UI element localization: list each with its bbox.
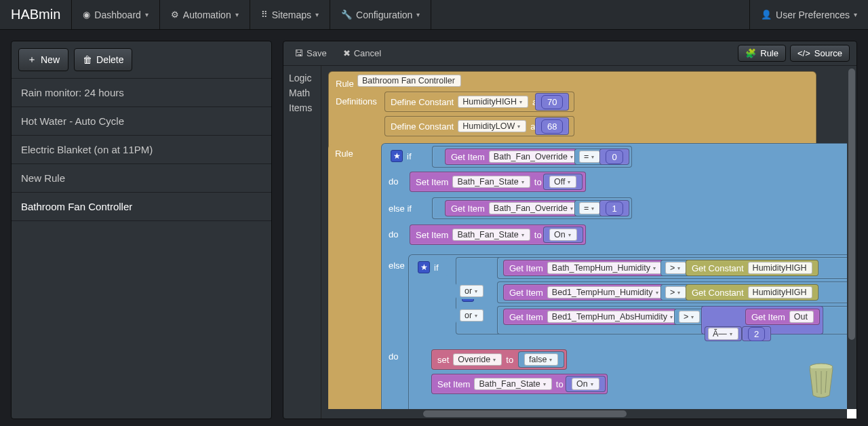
rule-list-item[interactable]: Rain monitor: 24 hours [12,79,271,107]
block-label: Get Item [509,263,543,273]
save-button[interactable]: 🖫 Save [288,45,334,61]
nav-label: User Preferences [776,9,850,20]
rule-editor-panel: 🖫 Save ✖ Cancel 🧩 Rule </> Source [283,41,857,419]
block-label: if [407,151,412,161]
rule-list-item[interactable]: New Rule [12,164,271,193]
math-op-dropdown[interactable]: Ã—▾ [705,326,742,341]
or-row[interactable]: or▾ [456,283,488,299]
get-item-block[interactable]: Get Item Bath_Fan_Override▾ [445,149,585,165]
toolbox-category-math[interactable]: Math [289,88,315,98]
plus-icon: ＋ [27,54,37,66]
scroll-corner [847,409,856,419]
block-label: Rule [335,149,353,159]
number-value[interactable]: 0 [606,150,623,164]
nav-configuration[interactable]: 🔧 Configuration ▾ [330,0,431,29]
number-value[interactable]: 1 [606,201,623,216]
save-icon: 🖫 [294,48,303,58]
item-dropdown[interactable]: Bath_TempHum_Humidity▾ [547,262,662,274]
if-header[interactable]: ★ if [412,258,448,276]
get-constant-block[interactable]: Get Constant HumidityHIGH [686,260,818,276]
block-label: to [556,379,564,389]
number-block[interactable]: 0 [599,149,629,165]
value-block[interactable]: On▾ [543,227,583,243]
nav-label: Automation [183,9,231,20]
constant-name-field[interactable]: HumidityHIGH▾ [458,96,528,108]
block-label: Get Constant [692,263,744,273]
or-dropdown[interactable]: or▾ [460,285,484,297]
get-item-block[interactable]: Get Item Bath_TempHum_Humidity▾ [503,260,668,276]
constant-dropdown[interactable]: HumidityHIGH [748,262,813,274]
nav-dashboard[interactable]: ◉ Dashboard ▾ [72,0,160,29]
number-value[interactable]: 70 [541,95,563,109]
toolbox-category-logic[interactable]: Logic [289,73,315,83]
nav-automation[interactable]: ⚙ Automation ▾ [160,0,250,29]
boolean-dropdown[interactable]: false▾ [524,353,558,366]
view-rule-button[interactable]: 🧩 Rule [738,45,786,62]
get-item-block[interactable]: Get Item Out [745,309,820,325]
vertical-scrollbar[interactable] [847,66,856,409]
block-label: Set Item [416,177,448,187]
number-value[interactable]: 68 [541,119,563,134]
cancel-button[interactable]: ✖ Cancel [336,45,388,61]
rule-list-item[interactable]: Bathroom Fan Controller [12,193,271,221]
value-dropdown[interactable]: Off▾ [549,176,576,188]
nav-label: Sitemaps [272,9,311,20]
value-dropdown[interactable]: On▾ [572,378,599,390]
scroll-thumb[interactable] [423,410,627,417]
get-item-block[interactable]: Get Item Bed1_TempHum_Humidity▾ [503,284,671,301]
if-header[interactable]: ★ if [385,147,421,165]
delete-rule-button[interactable]: 🗑 Delete [74,48,132,71]
rule-list-item[interactable]: Electric Blanket (on at 11PM) [12,136,271,164]
or-row[interactable]: or▾ [456,307,488,324]
nav-sitemaps[interactable]: ⠿ Sitemaps ▾ [250,0,330,29]
number-block[interactable]: 1 [599,200,629,216]
mutator-icon[interactable]: ★ [391,150,403,162]
item-dropdown[interactable]: Bed1_TempHum_AbsHumidity▾ [547,311,679,323]
number-block[interactable]: 70 [535,93,569,111]
new-rule-button[interactable]: ＋ New [18,48,68,71]
operator-dropdown[interactable]: >▾ [674,309,705,325]
editor-toolbar: 🖫 Save ✖ Cancel 🧩 Rule </> Source [283,41,856,66]
block-label: Definitions [336,96,377,106]
get-item-block[interactable]: Get Item Bath_Fan_Override▾ [445,200,585,216]
item-dropdown[interactable]: Bath_Fan_Override▾ [489,151,579,163]
number-block[interactable]: 68 [535,117,569,135]
block-label: Get Item [509,288,543,298]
constant-dropdown[interactable]: HumidityHIGH [748,286,813,298]
boolean-block[interactable]: false▾ [518,351,564,368]
rule-list-item[interactable]: Hot Water - Auto Cycle [12,107,271,136]
view-source-button[interactable]: </> Source [790,45,850,62]
rule-name-field[interactable]: Bathroom Fan Controller [357,75,461,87]
block-toolbox: Logic Math Items [283,66,321,419]
get-item-block[interactable]: Get Item Bed1_TempHum_AbsHumidity▾ [503,309,685,325]
item-dropdown[interactable]: Bath_Fan_State▾ [452,229,530,241]
mutator-icon[interactable]: ★ [418,261,430,273]
or-dropdown[interactable]: or▾ [460,309,484,322]
block-workspace[interactable]: Rule Definitions Bathroom Fan Controller… [321,66,856,419]
toolbox-category-items[interactable]: Items [289,102,315,113]
number-value[interactable]: 2 [748,327,765,341]
value-block[interactable]: On▾ [566,376,606,392]
item-dropdown[interactable]: Bath_Fan_Override▾ [489,202,579,214]
scroll-thumb[interactable] [848,69,855,340]
constant-name-field[interactable]: HumidityLOW▾ [458,120,526,132]
get-constant-block[interactable]: Get Constant HumidityHIGH [686,284,818,301]
brand: HABmin [0,0,72,29]
trash-icon: 🗑 [83,54,92,65]
block-label: Rule [336,79,354,89]
nav-label: Dashboard [94,9,141,20]
value-dropdown[interactable]: On▾ [549,229,577,241]
variable-dropdown[interactable]: Override▾ [453,353,502,366]
nav-user-prefs[interactable]: 👤 User Preferences ▾ [749,0,868,29]
block-label: do [389,176,398,187]
rule-name-field-wrap[interactable]: Bathroom Fan Controller [357,73,461,89]
item-dropdown[interactable]: Bath_Fan_State▾ [452,176,530,188]
block-label: Get Item [751,312,785,322]
block-label: Get Item [509,312,543,322]
item-dropdown[interactable]: Bed1_TempHum_Humidity▾ [547,286,665,298]
value-block[interactable]: Off▾ [543,174,583,190]
number-block[interactable]: 2 [742,326,771,341]
horizontal-scrollbar[interactable] [321,409,847,419]
item-dropdown[interactable]: Out [789,311,814,323]
item-dropdown[interactable]: Bath_Fan_State▾ [474,378,551,390]
